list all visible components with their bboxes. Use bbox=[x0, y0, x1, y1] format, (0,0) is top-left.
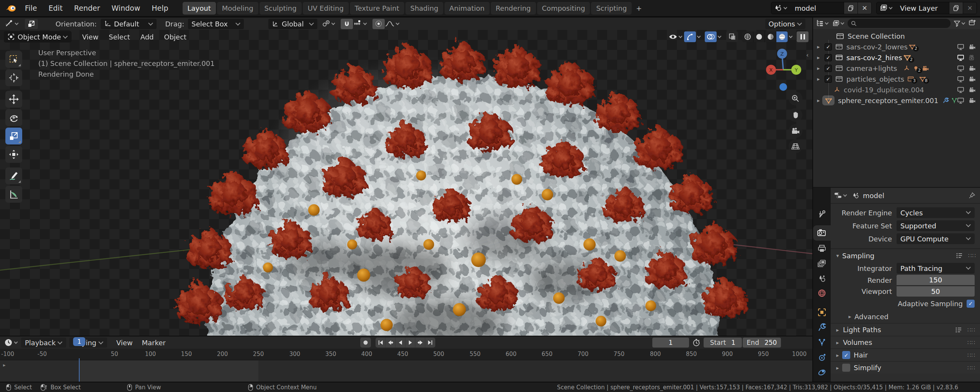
outliner-display-mode-dropdown[interactable] bbox=[816, 20, 829, 27]
outliner-filter-dropdown[interactable] bbox=[954, 20, 965, 27]
tab-uv-editing[interactable]: UV Editing bbox=[303, 2, 349, 15]
hide-in-viewport-toggle[interactable] bbox=[957, 87, 964, 93]
pause-render-button[interactable] bbox=[797, 31, 808, 42]
blender-logo-icon[interactable] bbox=[5, 4, 17, 12]
outliner-row-covid19-duplicate[interactable]: covid-19_duplicate.004 bbox=[813, 84, 980, 95]
tab-compositing[interactable]: Compositing bbox=[537, 2, 590, 15]
mode-dropdown[interactable]: Object Mode bbox=[4, 31, 72, 43]
tool-select-box[interactable] bbox=[5, 51, 22, 68]
sidebar-collapse-arrow[interactable]: ‹ bbox=[806, 51, 808, 59]
outliner-row-sphere-receptors-emiter[interactable]: ▸ sphere_receptors_emiter.001 bbox=[813, 95, 980, 106]
scene-name[interactable]: model bbox=[790, 4, 844, 12]
tab-tool[interactable] bbox=[813, 207, 831, 222]
auto-keying-toggle[interactable] bbox=[360, 338, 371, 348]
gizmos-toggle[interactable] bbox=[684, 31, 696, 42]
shading-rendered-button[interactable] bbox=[776, 31, 788, 42]
outliner-row-particles-objects[interactable]: ▸ ✓ particles_objects 3 8 bbox=[813, 74, 980, 84]
new-collection-button[interactable] bbox=[969, 19, 976, 28]
tool-measure[interactable] bbox=[5, 186, 22, 203]
scale-tool-indicator[interactable] bbox=[25, 19, 38, 29]
tab-animation[interactable]: Animation bbox=[444, 2, 490, 15]
hide-in-viewport-toggle[interactable] bbox=[957, 65, 964, 72]
properties-editor-type-dropdown[interactable] bbox=[834, 192, 847, 199]
tab-rendering[interactable]: Rendering bbox=[491, 2, 536, 15]
pivot-point-dropdown[interactable] bbox=[322, 20, 335, 28]
viewport-menu-view[interactable]: View bbox=[82, 33, 98, 41]
disable-in-renders-toggle[interactable] bbox=[969, 65, 976, 72]
tab-object[interactable] bbox=[813, 305, 831, 320]
tab-layout[interactable]: Layout bbox=[183, 2, 216, 15]
drag-dropdown[interactable]: Select Box bbox=[188, 19, 244, 29]
frame-end-field[interactable]: End250 bbox=[743, 338, 781, 348]
tool-move[interactable] bbox=[5, 91, 22, 108]
hide-in-viewport-toggle[interactable] bbox=[957, 44, 964, 50]
proportional-editing-toggle[interactable] bbox=[372, 19, 385, 29]
outliner-row-sars-cov-2-hires[interactable]: ▸ ✓ sars-cov-2_hires 2 bbox=[813, 52, 980, 63]
viewport-menu-select[interactable]: Select bbox=[109, 33, 130, 41]
play-button[interactable] bbox=[405, 338, 415, 348]
viewport-menu-add[interactable]: Add bbox=[140, 33, 154, 41]
next-keyframe-button[interactable] bbox=[415, 338, 425, 348]
viewport-ortho-toggle-button[interactable] bbox=[789, 139, 802, 153]
scene-new-button[interactable] bbox=[844, 2, 858, 14]
view-layer-name[interactable]: View Layer bbox=[895, 4, 949, 12]
timeline-editor-type-dropdown[interactable] bbox=[4, 338, 18, 347]
adaptive-sampling-checkbox[interactable]: ✓ bbox=[967, 300, 975, 308]
tab-constraints[interactable] bbox=[813, 365, 831, 380]
disable-in-renders-toggle[interactable] bbox=[969, 44, 976, 50]
xray-toggle[interactable] bbox=[726, 31, 738, 42]
shading-solid-button[interactable] bbox=[753, 31, 765, 42]
tab-render[interactable] bbox=[813, 225, 831, 241]
hide-in-viewport-toggle[interactable] bbox=[957, 97, 964, 104]
add-workspace-button[interactable]: + bbox=[633, 2, 645, 15]
tab-output[interactable] bbox=[813, 241, 831, 256]
panel-drag-handle[interactable]: ∷∷ bbox=[967, 339, 975, 346]
gizmo-minus-z-axis[interactable] bbox=[779, 83, 787, 91]
viewport-samples-field[interactable]: 50 bbox=[897, 286, 975, 297]
tool-annotate[interactable] bbox=[5, 167, 22, 184]
hair-panel[interactable]: ▸ ✓ Hair ∷∷ bbox=[831, 348, 980, 361]
hide-in-viewport-toggle[interactable] bbox=[957, 54, 964, 61]
feature-set-dropdown[interactable]: Supported bbox=[897, 220, 975, 231]
snap-target-dropdown[interactable] bbox=[353, 20, 367, 28]
tool-transform[interactable] bbox=[5, 146, 22, 163]
tab-view-layer[interactable] bbox=[813, 256, 831, 271]
disable-in-renders-toggle[interactable] bbox=[969, 97, 976, 104]
channel-expand-arrow[interactable]: ▸ bbox=[3, 362, 6, 368]
menu-help[interactable]: Help bbox=[146, 4, 174, 12]
panel-drag-handle[interactable]: ∷∷ bbox=[967, 326, 975, 333]
play-reverse-button[interactable] bbox=[395, 338, 405, 348]
overlays-toggle[interactable] bbox=[705, 31, 717, 42]
outliner-row-sars-cov-2-lowres[interactable]: ▸ ✓ sars-cov-2_lowres 2 bbox=[813, 41, 980, 52]
collection-checkbox[interactable]: ✓ bbox=[825, 54, 832, 61]
tab-physics[interactable] bbox=[813, 350, 831, 365]
tab-particles[interactable] bbox=[813, 335, 831, 350]
presets-icon[interactable] bbox=[956, 253, 963, 259]
viewport-3d[interactable]: Object Mode View Select Add Object bbox=[0, 30, 812, 336]
jump-to-end-button[interactable] bbox=[425, 338, 435, 348]
view-layer-browse-button[interactable] bbox=[877, 2, 895, 14]
timeline-track[interactable]: ▸ bbox=[0, 361, 812, 382]
viewport-pan-button[interactable] bbox=[789, 108, 802, 122]
pin-icon[interactable] bbox=[969, 192, 975, 199]
light-paths-panel[interactable]: ▸Light Paths ∷∷ bbox=[831, 323, 980, 336]
collection-checkbox[interactable]: ✓ bbox=[825, 75, 832, 83]
use-preview-range-toggle[interactable] bbox=[692, 338, 701, 347]
timeline-ruler[interactable]: -100 -50 50 100 150 200 250 300 350 400 … bbox=[0, 349, 812, 360]
render-engine-dropdown[interactable]: Cycles bbox=[897, 207, 975, 218]
tool-scale[interactable] bbox=[5, 128, 22, 144]
viewport-zoom-button[interactable] bbox=[789, 92, 802, 105]
tab-world[interactable] bbox=[813, 285, 831, 301]
simplify-panel[interactable]: ▸ Simplify ∷∷ bbox=[831, 361, 980, 374]
active-tool-dropdown[interactable] bbox=[5, 19, 19, 28]
disable-in-renders-toggle[interactable] bbox=[969, 87, 976, 93]
object-visibility-dropdown[interactable] bbox=[668, 33, 683, 41]
disable-in-renders-toggle[interactable] bbox=[969, 54, 976, 61]
options-dropdown[interactable]: Options bbox=[765, 19, 805, 29]
simplify-checkbox[interactable] bbox=[842, 364, 850, 372]
shading-wireframe-button[interactable] bbox=[742, 31, 753, 42]
tab-sculpting[interactable]: Sculpting bbox=[260, 2, 302, 15]
tab-modeling[interactable]: Modeling bbox=[217, 2, 258, 15]
viewport-camera-view-button[interactable] bbox=[789, 124, 802, 138]
hair-checkbox[interactable]: ✓ bbox=[842, 351, 850, 359]
